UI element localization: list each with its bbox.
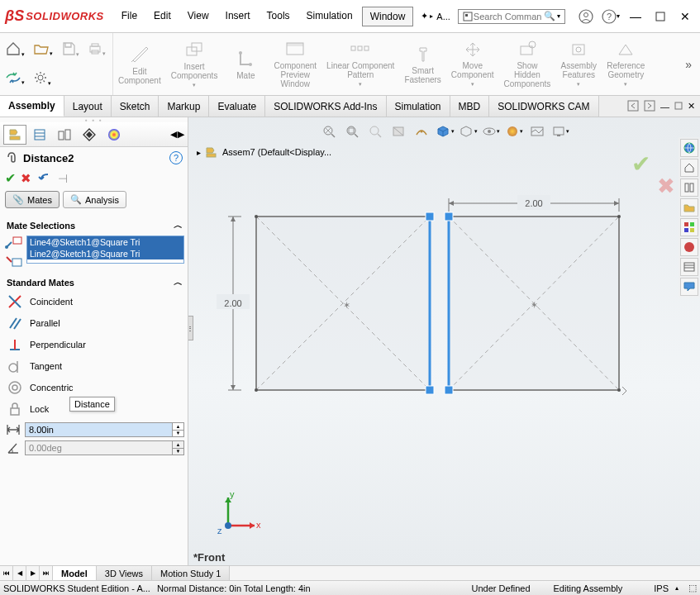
rtab-simulation[interactable]: Simulation [387,96,450,117]
forum-icon[interactable] [680,278,698,296]
ribbon-move-component[interactable]: MoveComponent▾ [446,33,499,95]
panel-prev-icon[interactable]: ◀ [170,129,177,140]
search-input[interactable] [474,12,544,21]
mate-tangent[interactable]: Tangent [5,355,184,377]
rtab-assembly[interactable]: Assembly [0,96,64,117]
zoom-area-icon[interactable] [342,122,362,140]
ribbon-insert-components[interactable]: InsertComponents▾ [166,33,223,95]
appearances-pane-icon[interactable] [680,238,698,256]
menu-simulation[interactable]: Simulation [299,7,360,26]
selection-item-2[interactable]: Line2@Sketch1@Square Tri [27,248,183,259]
spin-down[interactable]: ▼ [173,431,183,437]
ribbon-assembly-features[interactable]: AssemblyFeatures▾ [555,33,602,95]
folder-open-icon[interactable]: ▾ [33,42,53,57]
mate-selections-header[interactable]: Mate Selections︿ [5,217,184,234]
hide-show-icon[interactable]: ▾ [481,122,501,140]
ribbon-component-preview[interactable]: ComponentPreviewWindow [269,33,321,95]
ribbon-smart-fasteners[interactable]: SmartFasteners [399,33,445,95]
analysis-subtab[interactable]: 🔍Analysis [63,191,126,208]
panel-splitter[interactable]: ⋮ [188,316,193,340]
tab-3d-views[interactable]: 3D Views [97,566,152,580]
nav-first[interactable]: ⏮ [0,566,13,580]
distance-input[interactable]: ▲▼ [25,422,184,437]
selection-list[interactable]: Line4@Sketch1@Square Tri Line2@Sketch1@S… [26,236,184,264]
dynamic-view-icon[interactable] [412,122,431,140]
menu-edit[interactable]: Edit [146,7,179,26]
undo-button[interactable] [36,171,53,186]
tab-model[interactable]: Model [53,566,97,580]
home-pane-icon[interactable] [680,159,698,177]
view-orientation-icon[interactable]: ▾ [435,122,455,140]
window-max-icon[interactable] [674,102,683,112]
menu-window[interactable]: Window [362,7,414,26]
graphics-canvas[interactable]: ⋮ ▾ ▾ ▾ ▾ ▾ ▸ Assem7 (Default<Display...… [188,117,700,565]
collapse-right-icon[interactable] [644,100,655,113]
rtab-evaluate[interactable]: Evaluate [209,96,265,117]
standard-mates-header[interactable]: Standard Mates︿ [5,274,184,291]
cancel-button[interactable]: ✖ [21,171,31,186]
user-icon[interactable] [576,7,596,26]
rtab-markup[interactable]: Markup [159,96,209,117]
file-explorer-icon[interactable] [680,198,698,217]
window-close-icon[interactable]: ✕ [688,101,695,112]
zoom-fit-icon[interactable] [319,122,339,140]
breadcrumb[interactable]: ▸ Assem7 (Default<Display... [197,145,331,159]
panel-help-icon[interactable]: ? [169,151,183,164]
rebuild-icon[interactable]: ▾ [5,71,25,86]
ribbon-mate[interactable]: Mate [222,33,269,95]
confirm-corner-ok[interactable]: ✔ [631,150,650,178]
mate-parallel[interactable]: Parallel [5,312,184,334]
maximize-button[interactable] [650,7,670,26]
star-button[interactable]: ✦▸ A... [417,8,455,24]
status-icon[interactable]: ⬚ [688,583,697,593]
nav-prev[interactable]: ◀ [13,566,26,580]
print-icon[interactable]: ▾ [88,42,106,57]
config-mgr-tab[interactable] [53,125,76,145]
section-view-icon[interactable] [388,122,408,140]
dimxpert-tab[interactable] [78,125,101,145]
tab-motion-study[interactable]: Motion Study 1 [152,566,230,580]
expand-icon[interactable]: ▸ [197,148,201,157]
search-box[interactable]: 🔍 ▾ [458,9,565,24]
status-units[interactable]: IPS [654,583,669,593]
confirm-corner-cancel[interactable]: ✖ [657,174,675,199]
spin-up[interactable]: ▲ [173,423,183,431]
options-icon[interactable]: ▾ [33,70,51,87]
mate-coincident[interactable]: Coincident [5,291,184,312]
entity2-icon[interactable] [5,254,23,270]
selection-item-1[interactable]: Line4@Sketch1@Square Tri [27,236,183,248]
save-icon[interactable]: ▾ [61,41,79,58]
ribbon-overflow[interactable]: » [680,33,697,95]
ribbon-reference-geometry[interactable]: ReferenceGeometry▾ [602,33,650,95]
view-palette-icon[interactable] [680,218,698,236]
ok-button[interactable]: ✔ [5,170,16,186]
mate-lock[interactable]: Lock Distance [5,398,184,420]
nav-next[interactable]: ▶ [26,566,40,580]
design-lib-icon[interactable] [680,178,698,197]
globe-icon[interactable] [680,139,698,157]
angle-input[interactable]: ▲▼ [25,440,184,455]
render-icon[interactable]: ▾ [550,122,570,140]
help-icon[interactable]: ? ▾ [601,7,621,26]
window-min-icon[interactable]: — [660,102,669,112]
collapse-left-icon[interactable] [627,100,639,113]
triad[interactable]: y x z [213,491,263,540]
mates-subtab[interactable]: 📎Mates [5,191,60,208]
entity1-icon[interactable] [5,236,23,252]
rtab-layout[interactable]: Layout [64,96,112,117]
rtab-cam[interactable]: SOLIDWORKS CAM [489,96,598,117]
nav-last[interactable]: ⏭ [40,566,53,580]
scene-icon[interactable] [527,122,547,140]
menu-view[interactable]: View [180,7,217,26]
menu-insert[interactable]: Insert [218,7,258,26]
panel-next-icon[interactable]: ▶ [178,129,184,140]
rtab-sketch[interactable]: Sketch [112,96,160,117]
custom-props-icon[interactable] [680,258,698,276]
close-button[interactable]: ✕ [675,7,695,26]
prev-view-icon[interactable] [365,122,385,140]
mate-concentric[interactable]: Concentric [5,377,184,398]
display-style-icon[interactable]: ▾ [458,122,478,140]
feature-tree-tab[interactable] [3,125,26,145]
ribbon-show-hidden[interactable]: ShowHiddenComponents [499,33,556,95]
menu-tools[interactable]: Tools [260,7,298,26]
